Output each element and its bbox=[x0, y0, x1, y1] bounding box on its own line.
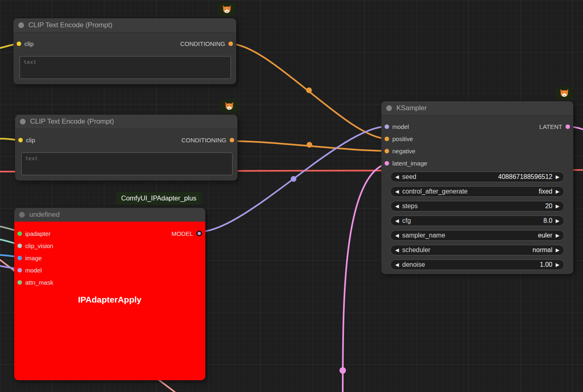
link-latent-image[interactable] bbox=[343, 163, 387, 392]
widget-increment-icon[interactable]: ▶ bbox=[556, 189, 559, 194]
fox-icon bbox=[559, 89, 569, 98]
clip-vision-input-label: clip_vision bbox=[25, 242, 53, 249]
model-input-label: model bbox=[392, 123, 409, 130]
positive-input-port[interactable] bbox=[385, 137, 389, 141]
negative-input-label: negative bbox=[392, 148, 415, 155]
widget-label: sampler_name bbox=[402, 232, 535, 239]
widget-decrement-icon[interactable]: ◀ bbox=[395, 233, 399, 238]
widget-value: fixed bbox=[539, 188, 553, 195]
ipadapter-input-label: ipadapter bbox=[25, 230, 51, 237]
cfg-widget[interactable]: ◀ cfg 8.0 ▶ bbox=[390, 216, 564, 226]
link-dot[interactable] bbox=[339, 367, 346, 374]
sampler-name-widget[interactable]: ◀ sampler_name euler ▶ bbox=[390, 230, 564, 241]
node-title-bar[interactable]: CLIP Text Encode (Prompt) bbox=[15, 115, 237, 129]
widget-value: 20 bbox=[545, 203, 553, 210]
collapse-dot-icon[interactable] bbox=[20, 119, 26, 124]
widget-value: 408867188596512 bbox=[498, 173, 552, 181]
node-graph-canvas[interactable]: { "colors": { "canvas_bg": "#1e1e1e", "n… bbox=[0, 0, 583, 392]
widget-decrement-icon[interactable]: ◀ bbox=[395, 218, 399, 223]
node-title: undefined bbox=[29, 211, 60, 219]
prompt-textarea[interactable] bbox=[20, 56, 231, 79]
widget-label: steps bbox=[402, 203, 542, 210]
widget-increment-icon[interactable]: ▶ bbox=[556, 233, 559, 238]
clip-input-label: clip bbox=[24, 40, 34, 47]
widget-value: 8.0 bbox=[544, 217, 553, 224]
widget-decrement-icon[interactable]: ◀ bbox=[395, 204, 399, 209]
latent-output-port[interactable] bbox=[566, 124, 570, 129]
node-title: CLIP Text Encode (Prompt) bbox=[30, 118, 114, 126]
node-title-bar[interactable]: KSampler bbox=[381, 101, 573, 115]
widget-increment-icon[interactable]: ▶ bbox=[556, 174, 559, 179]
node-title: KSampler bbox=[396, 104, 427, 112]
model-output-port[interactable] bbox=[196, 231, 202, 236]
attn-mask-input-label: attn_mask bbox=[25, 279, 53, 286]
model-input-label: model bbox=[25, 267, 42, 274]
widget-value: 1.00 bbox=[540, 261, 553, 268]
clip-text-encode-node-1[interactable]: CLIP Text Encode (Prompt) clip CONDITION… bbox=[13, 18, 236, 84]
latent-image-input-label: latent_image bbox=[392, 160, 427, 167]
module-badge: ComfyUI_IPAdapter_plus bbox=[116, 192, 202, 205]
fox-icon bbox=[224, 102, 234, 111]
latent-image-input-port[interactable] bbox=[385, 161, 389, 166]
denoise-widget[interactable]: ◀ denoise 1.00 ▶ bbox=[390, 259, 564, 270]
link-dot[interactable] bbox=[306, 87, 312, 93]
model-input-port[interactable] bbox=[17, 268, 22, 272]
node-title-bar[interactable]: undefined bbox=[14, 208, 205, 222]
widget-label: cfg bbox=[402, 217, 540, 224]
fox-badge bbox=[221, 100, 238, 113]
widget-increment-icon[interactable]: ▶ bbox=[556, 218, 559, 223]
widget-increment-icon[interactable]: ▶ bbox=[556, 204, 559, 209]
ipadapter-input-port[interactable] bbox=[17, 231, 22, 236]
clip-input-port[interactable] bbox=[17, 41, 21, 46]
model-input-port[interactable] bbox=[385, 124, 389, 129]
widget-value: normal bbox=[533, 246, 553, 254]
link-dot[interactable] bbox=[307, 142, 312, 148]
latent-output-label: LATENT bbox=[539, 123, 562, 130]
node-title: CLIP Text Encode (Prompt) bbox=[28, 21, 112, 29]
control-after-generate-widget[interactable]: ◀ control_after_generate fixed ▶ bbox=[390, 186, 564, 197]
prompt-textarea[interactable] bbox=[21, 152, 233, 175]
widget-value: euler bbox=[538, 232, 553, 239]
ksampler-node[interactable]: KSampler model LATENT positive negative … bbox=[381, 101, 573, 274]
conditioning-output-label: CONDITIONING bbox=[180, 40, 225, 47]
widget-decrement-icon[interactable]: ◀ bbox=[395, 189, 399, 194]
collapse-dot-icon[interactable] bbox=[386, 105, 392, 111]
conditioning-output-port[interactable] bbox=[230, 138, 234, 142]
seed-widget[interactable]: ◀ seed 408867188596512 ▶ bbox=[390, 172, 564, 182]
clip-input-label: clip bbox=[26, 137, 35, 144]
widget-label: seed bbox=[402, 173, 495, 181]
clip-vision-input-port[interactable] bbox=[17, 244, 22, 248]
steps-widget[interactable]: ◀ steps 20 ▶ bbox=[390, 201, 564, 211]
conditioning-output-label: CONDITIONING bbox=[181, 137, 226, 144]
positive-input-label: positive bbox=[392, 135, 413, 142]
clip-text-encode-node-2[interactable]: CLIP Text Encode (Prompt) clip CONDITION… bbox=[15, 115, 237, 181]
image-input-label: image bbox=[25, 255, 42, 261]
widget-label: denoise bbox=[402, 261, 536, 268]
widget-decrement-icon[interactable]: ◀ bbox=[395, 248, 399, 253]
ipadapter-apply-node[interactable]: undefined ipadapter MODEL clip_vision im… bbox=[14, 208, 205, 380]
conditioning-output-port[interactable] bbox=[228, 41, 233, 46]
collapse-dot-icon[interactable] bbox=[18, 22, 24, 28]
widget-increment-icon[interactable]: ▶ bbox=[556, 248, 559, 253]
widget-increment-icon[interactable]: ▶ bbox=[556, 262, 559, 267]
collapse-dot-icon[interactable] bbox=[19, 212, 25, 218]
link-dot[interactable] bbox=[291, 176, 296, 182]
scheduler-widget[interactable]: ◀ scheduler normal ▶ bbox=[390, 245, 564, 255]
fox-badge bbox=[218, 3, 235, 16]
fox-badge bbox=[556, 87, 573, 100]
node-title-bar[interactable]: CLIP Text Encode (Prompt) bbox=[13, 18, 236, 33]
image-input-port[interactable] bbox=[17, 256, 22, 260]
widget-decrement-icon[interactable]: ◀ bbox=[395, 262, 399, 267]
fox-icon bbox=[222, 5, 232, 14]
model-output-label: MODEL bbox=[172, 230, 193, 237]
widget-label: scheduler bbox=[402, 246, 529, 254]
clip-input-port[interactable] bbox=[18, 138, 23, 142]
attn-mask-input-port[interactable] bbox=[17, 280, 22, 285]
negative-input-port[interactable] bbox=[385, 149, 389, 153]
widget-decrement-icon[interactable]: ◀ bbox=[395, 174, 399, 179]
node-class-label: IPAdapterApply bbox=[14, 295, 205, 305]
widget-label: control_after_generate bbox=[402, 188, 535, 195]
